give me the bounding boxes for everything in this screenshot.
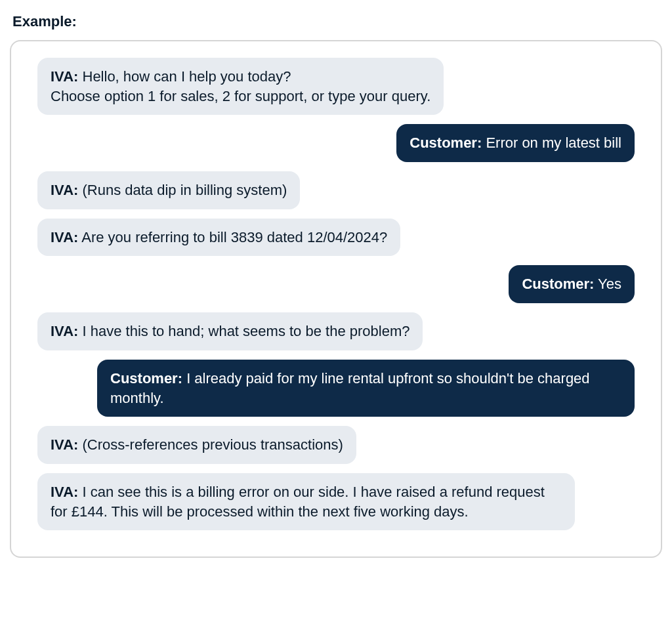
message-row: IVA: I can see this is a billing error o… [37,473,635,530]
message-text: (Runs data dip in billing system) [78,182,287,198]
iva-message-bubble: IVA: Are you referring to bill 3839 date… [37,219,400,257]
customer-message-bubble: Customer: Error on my latest bill [396,124,635,162]
iva-message-bubble: IVA: I can see this is a billing error o… [37,473,575,530]
message-text: Hello, how can I help you today? [78,68,291,85]
iva-message-bubble: IVA: Hello, how can I help you today?Cho… [37,58,444,115]
speaker-label: IVA: [51,436,78,453]
speaker-label: Customer: [410,135,482,151]
speaker-label: Customer: [110,370,182,387]
speaker-label: IVA: [51,229,78,245]
message-row: Customer: Error on my latest bill [37,124,635,162]
message-row: IVA: Hello, how can I help you today?Cho… [37,58,635,115]
speaker-label: IVA: [51,68,78,85]
message-row: IVA: Are you referring to bill 3839 date… [37,219,635,257]
speaker-label: Customer: [522,276,594,292]
message-text: Are you referring to bill 3839 dated 12/… [78,229,387,245]
message-row: IVA: (Runs data dip in billing system) [37,171,635,209]
message-row: IVA: (Cross-references previous transact… [37,426,635,464]
iva-message-bubble: IVA: (Cross-references previous transact… [37,426,356,464]
message-text: I can see this is a billing error on our… [51,484,545,520]
chat-transcript-box: IVA: Hello, how can I help you today?Cho… [10,40,662,558]
iva-message-bubble: IVA: (Runs data dip in billing system) [37,171,300,209]
customer-message-bubble: Customer: I already paid for my line ren… [97,360,635,417]
message-extra-text: Choose option 1 for sales, 2 for support… [51,88,430,104]
speaker-label: IVA: [51,182,78,198]
customer-message-bubble: Customer: Yes [509,265,635,303]
iva-message-bubble: IVA: I have this to hand; what seems to … [37,312,423,350]
message-row: Customer: I already paid for my line ren… [37,360,635,417]
message-row: IVA: I have this to hand; what seems to … [37,312,635,350]
example-heading: Example: [10,13,662,30]
message-row: Customer: Yes [37,265,635,303]
message-text: (Cross-references previous transactions) [78,436,343,453]
message-text: I have this to hand; what seems to be th… [78,323,410,339]
messages-container: IVA: Hello, how can I help you today?Cho… [37,58,635,530]
speaker-label: IVA: [51,484,78,500]
message-text: I already paid for my line rental upfron… [110,370,590,406]
speaker-label: IVA: [51,323,78,339]
message-text: Yes [594,276,621,292]
message-text: Error on my latest bill [482,135,621,151]
